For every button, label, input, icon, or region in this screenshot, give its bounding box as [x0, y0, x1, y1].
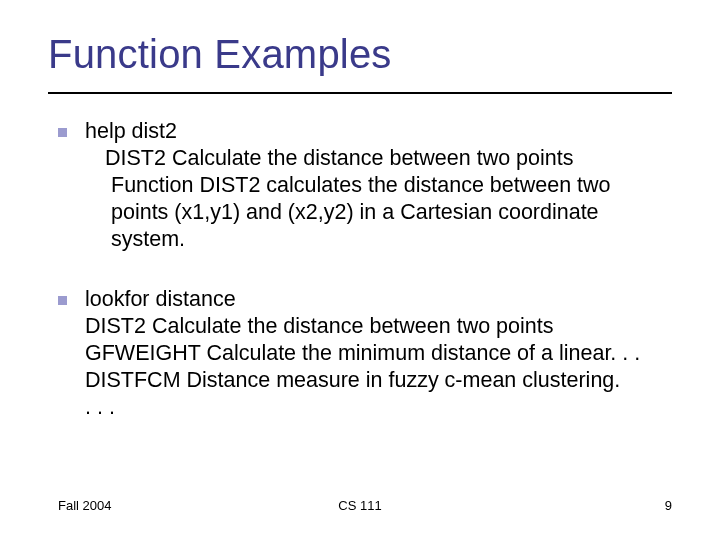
output-line: GFWEIGHT Calculate the minimum distance … [85, 340, 640, 367]
list-item: lookfor distance DIST2 Calculate the dis… [58, 286, 672, 420]
bullet-icon [58, 296, 67, 305]
content-area: help dist2 DIST2 Calculate the distance … [58, 118, 672, 455]
title-underline [48, 92, 672, 94]
footer: Fall 2004 CS 111 9 [0, 498, 720, 518]
output-line: DIST2 Calculate the distance between two… [85, 145, 672, 172]
output-line: . . . [85, 394, 640, 421]
footer-right: 9 [665, 498, 672, 513]
list-item-body: lookfor distance DIST2 Calculate the dis… [85, 286, 640, 420]
output-block: Function DIST2 calculates the distance b… [85, 172, 672, 253]
slide-title: Function Examples [48, 32, 392, 77]
footer-center: CS 111 [0, 498, 720, 513]
slide: Function Examples help dist2 DIST2 Calcu… [0, 0, 720, 540]
bullet-icon [58, 128, 67, 137]
list-item: help dist2 DIST2 Calculate the distance … [58, 118, 672, 252]
list-item-body: help dist2 DIST2 Calculate the distance … [85, 118, 672, 252]
output-line: DISTFCM Distance measure in fuzzy c-mean… [85, 367, 640, 394]
command-line: lookfor distance [85, 286, 640, 313]
output-line: DIST2 Calculate the distance between two… [85, 313, 640, 340]
command-line: help dist2 [85, 118, 672, 145]
